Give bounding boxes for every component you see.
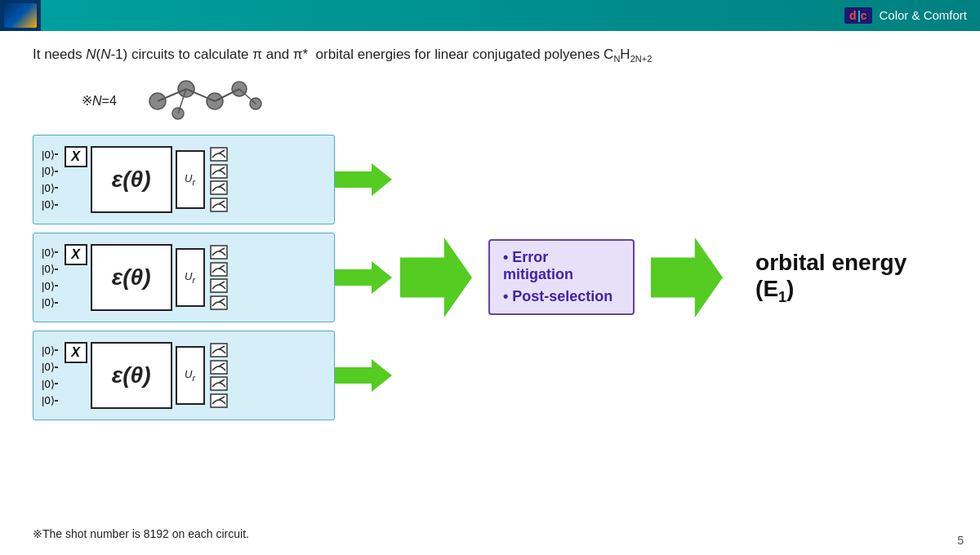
meas-1 — [210, 147, 228, 162]
circuit-row-2: |0⟩ |0⟩ |0⟩ |0⟩ — [33, 233, 392, 322]
input-line-3-2: |0⟩ — [42, 361, 58, 373]
input-line-3: |0⟩ — [42, 182, 58, 194]
footer-note: ※The shot number is 8192 on each circuit… — [33, 527, 249, 540]
x-gate-col-1: X — [61, 146, 87, 213]
svg-marker-19 — [335, 163, 392, 196]
note-n4: ※N=4 — [82, 93, 117, 109]
svg-rect-13 — [211, 165, 227, 178]
molecule-svg — [133, 73, 264, 130]
molecule-area: ※N=4 — [82, 73, 947, 130]
big-arrow-right — [400, 229, 472, 326]
result-area: • Error mitigation • Post-selection orbi… — [400, 229, 947, 326]
x-gate-1: X — [65, 146, 87, 167]
measurements-3 — [210, 342, 228, 409]
input-line-3-1: |0⟩ — [42, 344, 58, 357]
svg-rect-33 — [211, 377, 227, 390]
x-gate-col-3: X — [61, 342, 87, 409]
svg-rect-29 — [211, 344, 227, 357]
small-arrow-3 — [335, 355, 392, 396]
svg-marker-28 — [335, 261, 392, 294]
brand-name: Color & Comfort — [879, 8, 967, 22]
meas-2 — [210, 164, 228, 179]
main-content: It needs N(N-1) circuits to calculate π … — [0, 31, 980, 428]
header: dc Color & Comfort — [0, 0, 980, 31]
svg-marker-38 — [400, 238, 472, 317]
circuit-3-content: |0⟩ |0⟩ |0⟩ |0⟩ — [42, 339, 228, 412]
input-line-3-3: |0⟩ — [42, 378, 58, 390]
circuit-2-inputs: |0⟩ |0⟩ |0⟩ |0⟩ — [42, 244, 58, 311]
eps-gate-3: ε(θ) — [91, 342, 172, 409]
svg-rect-11 — [211, 148, 227, 161]
text-box-item-2: • Post-selection — [503, 288, 620, 305]
text-box: • Error mitigation • Post-selection — [488, 239, 635, 315]
circuit-1-content: |0⟩ |0⟩ |0⟩ |0⟩ — [42, 143, 228, 216]
measurements-1 — [210, 146, 228, 213]
x-gate-col-2: X — [61, 244, 87, 311]
svg-rect-24 — [211, 279, 227, 292]
svg-rect-20 — [211, 246, 227, 259]
circuit-2-content: |0⟩ |0⟩ |0⟩ |0⟩ — [42, 241, 228, 314]
text-box-item-1: • Error mitigation — [503, 249, 620, 283]
header-logo-left — [0, 0, 41, 31]
input-line-4: |0⟩ — [42, 198, 58, 211]
main-layout: |0⟩ |0⟩ |0⟩ |0⟩ — [33, 135, 947, 420]
header-brand-area: dc Color & Comfort — [844, 7, 967, 24]
big-arrow-right-2 — [651, 229, 723, 326]
dic-logo: dc — [844, 7, 872, 24]
right-section: • Error mitigation • Post-selection orbi… — [400, 139, 947, 416]
input-line-2-2: |0⟩ — [42, 263, 58, 275]
small-arrow-2 — [335, 257, 392, 298]
circuit-3-inputs: |0⟩ |0⟩ |0⟩ |0⟩ — [42, 342, 58, 409]
small-arrow-1 — [335, 159, 392, 200]
ur-gate-3: Ur — [176, 346, 205, 405]
dic-logo-image — [4, 3, 37, 28]
svg-rect-17 — [211, 198, 227, 211]
circuit-1-inputs: |0⟩ |0⟩ |0⟩ |0⟩ — [42, 146, 58, 213]
ur-gate-2: Ur — [176, 248, 205, 307]
ur-gate-1: Ur — [176, 150, 205, 209]
svg-rect-26 — [211, 296, 227, 309]
x-gate-2: X — [65, 244, 87, 265]
input-line-2-4: |0⟩ — [42, 296, 58, 309]
circuit-box-3: |0⟩ |0⟩ |0⟩ |0⟩ — [33, 331, 335, 420]
input-line-2-1: |0⟩ — [42, 246, 58, 259]
svg-rect-35 — [211, 394, 227, 407]
page-number: 5 — [957, 534, 964, 547]
main-title: It needs N(N-1) circuits to calculate π … — [33, 44, 947, 66]
circuit-row-1: |0⟩ |0⟩ |0⟩ |0⟩ — [33, 135, 392, 224]
orbital-energy-label: orbital energy (E1) — [755, 250, 947, 306]
meas-4 — [210, 198, 228, 212]
circuit-box-1: |0⟩ |0⟩ |0⟩ |0⟩ — [33, 135, 335, 224]
meas-3 — [210, 180, 228, 195]
svg-rect-15 — [211, 181, 227, 194]
circuit-row-3: |0⟩ |0⟩ |0⟩ |0⟩ — [33, 331, 392, 420]
circuits-column: |0⟩ |0⟩ |0⟩ |0⟩ — [33, 135, 392, 420]
eps-gate-1: ε(θ) — [91, 146, 172, 213]
circuit-box-2: |0⟩ |0⟩ |0⟩ |0⟩ — [33, 233, 335, 322]
x-gate-3: X — [65, 342, 87, 363]
input-line-2: |0⟩ — [42, 165, 58, 177]
svg-marker-39 — [651, 238, 723, 317]
input-line-2-3: |0⟩ — [42, 280, 58, 292]
input-line-3-4: |0⟩ — [42, 394, 58, 406]
input-line-1: |0⟩ — [42, 149, 58, 161]
svg-rect-22 — [211, 263, 227, 276]
svg-rect-31 — [211, 361, 227, 374]
eps-gate-2: ε(θ) — [91, 244, 172, 311]
measurements-2 — [210, 244, 228, 311]
svg-marker-37 — [335, 359, 392, 392]
